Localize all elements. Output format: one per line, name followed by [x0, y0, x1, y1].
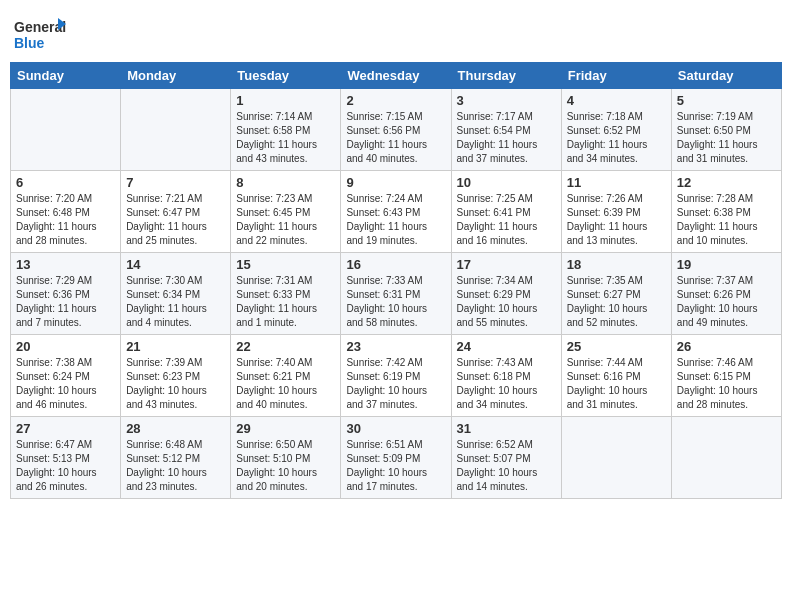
day-info: Sunrise: 7:26 AM Sunset: 6:39 PM Dayligh… [567, 192, 666, 248]
day-info: Sunrise: 7:34 AM Sunset: 6:29 PM Dayligh… [457, 274, 556, 330]
day-cell: 24Sunrise: 7:43 AM Sunset: 6:18 PM Dayli… [451, 335, 561, 417]
day-cell: 9Sunrise: 7:24 AM Sunset: 6:43 PM Daylig… [341, 171, 451, 253]
day-number: 8 [236, 175, 335, 190]
day-number: 23 [346, 339, 445, 354]
day-cell: 26Sunrise: 7:46 AM Sunset: 6:15 PM Dayli… [671, 335, 781, 417]
calendar-table: SundayMondayTuesdayWednesdayThursdayFrid… [10, 62, 782, 499]
day-number: 15 [236, 257, 335, 272]
day-cell: 23Sunrise: 7:42 AM Sunset: 6:19 PM Dayli… [341, 335, 451, 417]
day-cell: 30Sunrise: 6:51 AM Sunset: 5:09 PM Dayli… [341, 417, 451, 499]
day-number: 9 [346, 175, 445, 190]
day-info: Sunrise: 7:14 AM Sunset: 6:58 PM Dayligh… [236, 110, 335, 166]
day-cell: 12Sunrise: 7:28 AM Sunset: 6:38 PM Dayli… [671, 171, 781, 253]
day-cell: 16Sunrise: 7:33 AM Sunset: 6:31 PM Dayli… [341, 253, 451, 335]
day-cell [121, 89, 231, 171]
page-header: General Blue [10, 10, 782, 54]
day-info: Sunrise: 7:20 AM Sunset: 6:48 PM Dayligh… [16, 192, 115, 248]
day-number: 2 [346, 93, 445, 108]
day-cell: 17Sunrise: 7:34 AM Sunset: 6:29 PM Dayli… [451, 253, 561, 335]
week-row-3: 13Sunrise: 7:29 AM Sunset: 6:36 PM Dayli… [11, 253, 782, 335]
day-info: Sunrise: 7:42 AM Sunset: 6:19 PM Dayligh… [346, 356, 445, 412]
day-info: Sunrise: 7:24 AM Sunset: 6:43 PM Dayligh… [346, 192, 445, 248]
day-info: Sunrise: 7:21 AM Sunset: 6:47 PM Dayligh… [126, 192, 225, 248]
day-number: 26 [677, 339, 776, 354]
day-info: Sunrise: 6:52 AM Sunset: 5:07 PM Dayligh… [457, 438, 556, 494]
day-info: Sunrise: 7:29 AM Sunset: 6:36 PM Dayligh… [16, 274, 115, 330]
week-row-5: 27Sunrise: 6:47 AM Sunset: 5:13 PM Dayli… [11, 417, 782, 499]
day-number: 13 [16, 257, 115, 272]
day-cell: 2Sunrise: 7:15 AM Sunset: 6:56 PM Daylig… [341, 89, 451, 171]
day-number: 11 [567, 175, 666, 190]
day-cell: 4Sunrise: 7:18 AM Sunset: 6:52 PM Daylig… [561, 89, 671, 171]
day-number: 21 [126, 339, 225, 354]
day-number: 12 [677, 175, 776, 190]
day-info: Sunrise: 7:46 AM Sunset: 6:15 PM Dayligh… [677, 356, 776, 412]
svg-text:Blue: Blue [14, 35, 45, 51]
col-header-monday: Monday [121, 63, 231, 89]
day-number: 25 [567, 339, 666, 354]
day-number: 19 [677, 257, 776, 272]
day-cell: 18Sunrise: 7:35 AM Sunset: 6:27 PM Dayli… [561, 253, 671, 335]
day-number: 30 [346, 421, 445, 436]
day-info: Sunrise: 6:48 AM Sunset: 5:12 PM Dayligh… [126, 438, 225, 494]
day-cell: 10Sunrise: 7:25 AM Sunset: 6:41 PM Dayli… [451, 171, 561, 253]
day-info: Sunrise: 7:17 AM Sunset: 6:54 PM Dayligh… [457, 110, 556, 166]
day-cell: 5Sunrise: 7:19 AM Sunset: 6:50 PM Daylig… [671, 89, 781, 171]
day-info: Sunrise: 7:38 AM Sunset: 6:24 PM Dayligh… [16, 356, 115, 412]
col-header-thursday: Thursday [451, 63, 561, 89]
day-cell: 15Sunrise: 7:31 AM Sunset: 6:33 PM Dayli… [231, 253, 341, 335]
day-info: Sunrise: 7:40 AM Sunset: 6:21 PM Dayligh… [236, 356, 335, 412]
day-cell: 22Sunrise: 7:40 AM Sunset: 6:21 PM Dayli… [231, 335, 341, 417]
week-row-4: 20Sunrise: 7:38 AM Sunset: 6:24 PM Dayli… [11, 335, 782, 417]
logo: General Blue [14, 14, 66, 54]
day-cell [561, 417, 671, 499]
day-cell: 20Sunrise: 7:38 AM Sunset: 6:24 PM Dayli… [11, 335, 121, 417]
day-cell: 7Sunrise: 7:21 AM Sunset: 6:47 PM Daylig… [121, 171, 231, 253]
day-info: Sunrise: 7:28 AM Sunset: 6:38 PM Dayligh… [677, 192, 776, 248]
day-number: 29 [236, 421, 335, 436]
day-cell: 29Sunrise: 6:50 AM Sunset: 5:10 PM Dayli… [231, 417, 341, 499]
day-cell [671, 417, 781, 499]
day-number: 6 [16, 175, 115, 190]
day-info: Sunrise: 7:18 AM Sunset: 6:52 PM Dayligh… [567, 110, 666, 166]
day-cell: 27Sunrise: 6:47 AM Sunset: 5:13 PM Dayli… [11, 417, 121, 499]
day-cell: 25Sunrise: 7:44 AM Sunset: 6:16 PM Dayli… [561, 335, 671, 417]
day-number: 24 [457, 339, 556, 354]
day-number: 14 [126, 257, 225, 272]
day-info: Sunrise: 6:50 AM Sunset: 5:10 PM Dayligh… [236, 438, 335, 494]
day-number: 4 [567, 93, 666, 108]
week-row-1: 1Sunrise: 7:14 AM Sunset: 6:58 PM Daylig… [11, 89, 782, 171]
day-cell: 19Sunrise: 7:37 AM Sunset: 6:26 PM Dayli… [671, 253, 781, 335]
day-cell: 31Sunrise: 6:52 AM Sunset: 5:07 PM Dayli… [451, 417, 561, 499]
day-cell: 14Sunrise: 7:30 AM Sunset: 6:34 PM Dayli… [121, 253, 231, 335]
day-info: Sunrise: 6:47 AM Sunset: 5:13 PM Dayligh… [16, 438, 115, 494]
day-info: Sunrise: 6:51 AM Sunset: 5:09 PM Dayligh… [346, 438, 445, 494]
day-number: 3 [457, 93, 556, 108]
col-header-tuesday: Tuesday [231, 63, 341, 89]
day-number: 5 [677, 93, 776, 108]
day-number: 31 [457, 421, 556, 436]
day-number: 1 [236, 93, 335, 108]
day-cell: 3Sunrise: 7:17 AM Sunset: 6:54 PM Daylig… [451, 89, 561, 171]
day-number: 10 [457, 175, 556, 190]
day-info: Sunrise: 7:15 AM Sunset: 6:56 PM Dayligh… [346, 110, 445, 166]
day-number: 16 [346, 257, 445, 272]
day-number: 17 [457, 257, 556, 272]
col-header-wednesday: Wednesday [341, 63, 451, 89]
day-info: Sunrise: 7:25 AM Sunset: 6:41 PM Dayligh… [457, 192, 556, 248]
col-header-sunday: Sunday [11, 63, 121, 89]
day-number: 7 [126, 175, 225, 190]
day-info: Sunrise: 7:43 AM Sunset: 6:18 PM Dayligh… [457, 356, 556, 412]
day-number: 20 [16, 339, 115, 354]
day-cell: 28Sunrise: 6:48 AM Sunset: 5:12 PM Dayli… [121, 417, 231, 499]
day-info: Sunrise: 7:31 AM Sunset: 6:33 PM Dayligh… [236, 274, 335, 330]
day-info: Sunrise: 7:35 AM Sunset: 6:27 PM Dayligh… [567, 274, 666, 330]
day-info: Sunrise: 7:33 AM Sunset: 6:31 PM Dayligh… [346, 274, 445, 330]
day-cell: 11Sunrise: 7:26 AM Sunset: 6:39 PM Dayli… [561, 171, 671, 253]
day-info: Sunrise: 7:44 AM Sunset: 6:16 PM Dayligh… [567, 356, 666, 412]
day-cell: 13Sunrise: 7:29 AM Sunset: 6:36 PM Dayli… [11, 253, 121, 335]
day-cell: 21Sunrise: 7:39 AM Sunset: 6:23 PM Dayli… [121, 335, 231, 417]
day-cell [11, 89, 121, 171]
col-header-saturday: Saturday [671, 63, 781, 89]
day-info: Sunrise: 7:30 AM Sunset: 6:34 PM Dayligh… [126, 274, 225, 330]
